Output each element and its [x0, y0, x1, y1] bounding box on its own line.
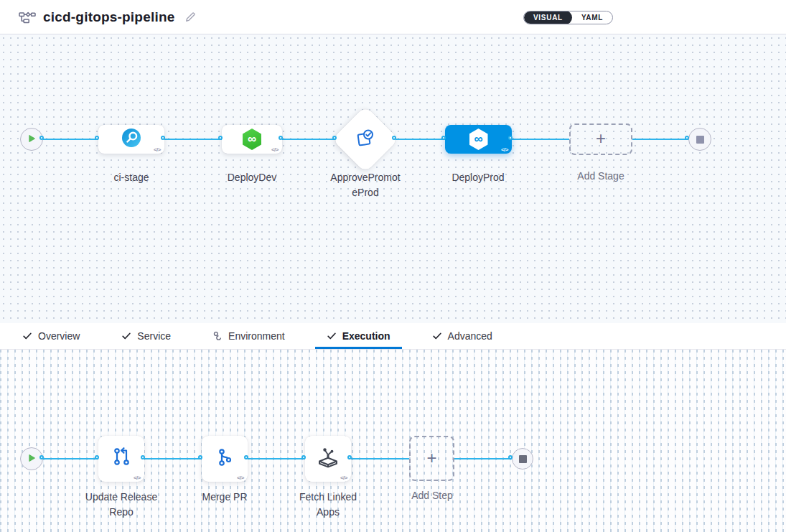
connector-point[interactable] [279, 136, 283, 140]
step-node-fetch-linked-apps[interactable]: </> [305, 436, 351, 482]
stage-config-tabbar: Overview Service Environment Execution A… [0, 323, 786, 350]
stage-label: ci-stage [78, 170, 185, 185]
code-icon: </> [237, 475, 244, 481]
connector-point[interactable] [441, 136, 446, 140]
check-icon [22, 331, 32, 341]
stage-node-ci-stage[interactable]: </> [98, 125, 164, 154]
add-stage-label: Add Stage [547, 169, 655, 184]
connector-point[interactable] [508, 136, 513, 140]
tab-label: Service [137, 330, 171, 342]
tab-advanced[interactable]: Advanced [421, 323, 504, 349]
connector-point[interactable] [161, 136, 165, 140]
step-label: Update Release Repo [67, 490, 175, 520]
connector-point[interactable] [95, 136, 99, 140]
update-release-repo-icon [110, 446, 133, 472]
header: cicd-gitops-pipeline VISUAL YAML [0, 0, 786, 34]
connector-point[interactable] [39, 136, 44, 140]
stage-label: DeployProd [424, 170, 532, 185]
tab-label: Overview [38, 330, 80, 342]
code-icon: </> [271, 146, 279, 153]
connector-line [248, 458, 305, 459]
stage-label: DeployDev [198, 170, 306, 185]
step-node-merge-pr[interactable]: </> [202, 436, 248, 482]
pipeline-title: cicd-gitops-pipeline [43, 9, 174, 25]
pipeline-end-node [688, 128, 711, 151]
step-label: Merge PR [171, 490, 279, 505]
code-icon: </> [340, 475, 347, 481]
connector-line [454, 458, 512, 459]
toggle-yaml-button[interactable]: YAML [572, 11, 612, 24]
execution-end-node [512, 448, 533, 470]
ci-build-stage-icon [121, 127, 142, 151]
play-icon [27, 452, 36, 465]
code-icon: </> [154, 146, 161, 153]
approval-stage-icon [355, 127, 376, 151]
pipeline-flowchart-icon [19, 10, 36, 24]
connector-line [351, 458, 409, 459]
stop-icon [696, 136, 704, 144]
connector-point[interactable] [39, 455, 44, 459]
execution-graph-canvas[interactable]: </> </> </> [0, 350, 786, 532]
connector-point[interactable] [332, 136, 337, 140]
connector-line [43, 458, 98, 459]
step-label: Fetch Linked Apps [274, 490, 382, 520]
stage-node-approvepromoteprod[interactable] [332, 106, 398, 172]
add-step-label: Add Step [378, 488, 486, 503]
stage-graph-canvas[interactable]: </> ∞ </> ∞ </> + ci-stage [0, 34, 786, 323]
connector-line [282, 139, 336, 140]
connector-line [164, 139, 222, 140]
connector-line [144, 458, 202, 459]
tab-overview[interactable]: Overview [11, 323, 91, 349]
connector-line [43, 139, 98, 140]
tab-label: Environment [228, 330, 285, 342]
connector-point[interactable] [508, 455, 513, 459]
view-mode-toggle: VISUAL YAML [523, 11, 613, 24]
check-icon [327, 331, 337, 341]
tab-execution[interactable]: Execution [315, 323, 402, 349]
step-node-update-release-repo[interactable]: </> [98, 436, 144, 482]
stage-label: ApprovePromot eProd [312, 170, 419, 200]
tab-label: Execution [342, 330, 390, 342]
edit-pencil-icon[interactable] [184, 11, 197, 23]
connector-line [632, 139, 688, 140]
tab-label: Advanced [448, 330, 492, 342]
connector-point[interactable] [141, 455, 145, 459]
connector-point[interactable] [301, 455, 306, 459]
connector-point[interactable] [347, 455, 352, 459]
stage-node-deploydev[interactable]: ∞ </> [222, 125, 282, 154]
connector-point[interactable] [198, 455, 202, 459]
environment-progress-icon [212, 331, 223, 341]
connector-line [512, 139, 569, 140]
plus-icon: + [426, 449, 436, 467]
code-icon: </> [134, 475, 141, 481]
fetch-linked-apps-icon [316, 445, 340, 472]
toggle-visual-button[interactable]: VISUAL [524, 11, 572, 24]
cd-deploy-stage-icon: ∞ [243, 129, 261, 150]
add-step-button[interactable]: + [409, 436, 454, 481]
tab-service[interactable]: Service [110, 323, 182, 349]
cd-deploy-stage-icon: ∞ [469, 129, 488, 150]
connector-line [396, 139, 445, 140]
check-icon [121, 331, 131, 341]
add-stage-button[interactable]: + [569, 123, 632, 155]
connector-point[interactable] [392, 136, 396, 140]
stop-icon [519, 455, 527, 463]
connector-point[interactable] [95, 455, 99, 459]
connector-point[interactable] [244, 455, 248, 459]
connector-point[interactable] [685, 136, 689, 140]
code-icon: </> [501, 146, 508, 153]
tab-environment[interactable]: Environment [201, 323, 296, 349]
check-icon [432, 331, 442, 341]
connector-point[interactable] [218, 136, 223, 140]
plus-icon: + [596, 130, 606, 147]
merge-pr-icon [213, 446, 236, 472]
stage-node-deployprod[interactable]: ∞ </> [445, 125, 512, 154]
play-icon [27, 133, 36, 146]
